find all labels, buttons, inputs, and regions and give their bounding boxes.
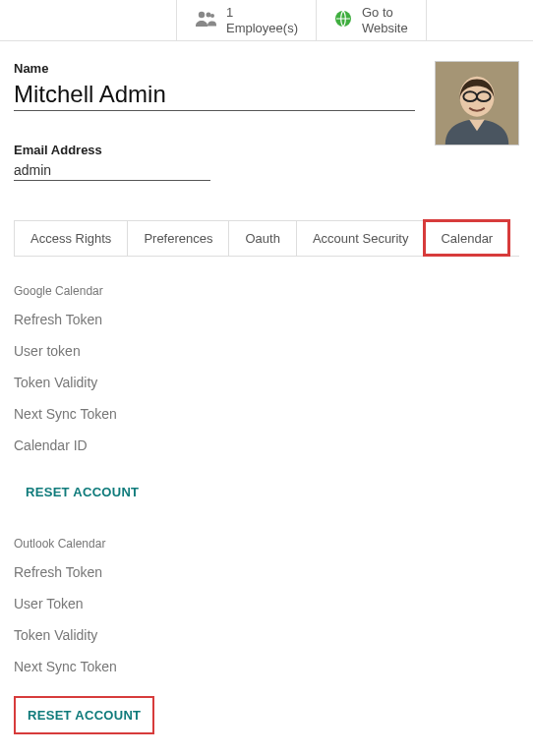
google-reset-button[interactable]: RESET ACCOUNT [14,475,150,509]
tab-account-security[interactable]: Account Security [296,220,426,256]
outlook-section-title: Outlook Calendar [14,537,519,551]
users-icon [195,10,216,30]
google-section-title: Google Calendar [14,284,519,298]
website-text: Go to Website [362,5,408,35]
outlook-reset-button[interactable]: RESET ACCOUNT [14,696,154,734]
email-label: Email Address [14,143,415,157]
email-input[interactable] [14,160,210,181]
employees-count: 1 [226,5,298,21]
tab-calendar[interactable]: Calendar [424,220,509,256]
google-token-validity-label: Token Validity [14,375,519,390]
name-label: Name [14,61,415,76]
website-line1: Go to [362,5,408,21]
tab-preferences[interactable]: Preferences [127,220,229,256]
employees-label: Employee(s) [226,21,298,36]
tab-oauth[interactable]: Oauth [228,220,296,256]
topbar: 1 Employee(s) Go to Website [0,0,533,41]
website-line2: Website [362,21,408,36]
svg-point-1 [207,13,211,18]
avatar[interactable] [435,61,519,145]
google-next-sync-label: Next Sync Token [14,406,519,422]
form-column: Name Email Address [14,61,415,181]
outlook-user-token-label: User Token [14,596,519,611]
topbar-spacer [0,0,177,40]
outlook-token-validity-label: Token Validity [14,627,519,643]
svg-point-2 [210,14,214,18]
tab-access-rights[interactable]: Access Rights [14,220,128,256]
tabs: Access Rights Preferences Oauth Account … [14,220,519,257]
google-user-token-label: User token [14,343,519,359]
employees-text: 1 Employee(s) [226,5,298,35]
go-to-website-button[interactable]: Go to Website [317,0,427,40]
name-input[interactable] [14,79,415,111]
google-refresh-token-label: Refresh Token [14,312,519,327]
outlook-next-sync-label: Next Sync Token [14,659,519,674]
google-calendar-id-label: Calendar ID [14,437,519,453]
svg-point-0 [199,12,205,18]
globe-icon [334,10,352,30]
header-row: Name Email Address [14,61,519,181]
employees-button[interactable]: 1 Employee(s) [177,0,317,40]
outlook-refresh-token-label: Refresh Token [14,564,519,580]
email-block: Email Address [14,143,415,181]
content: Name Email Address Access Rights [0,41,533,756]
